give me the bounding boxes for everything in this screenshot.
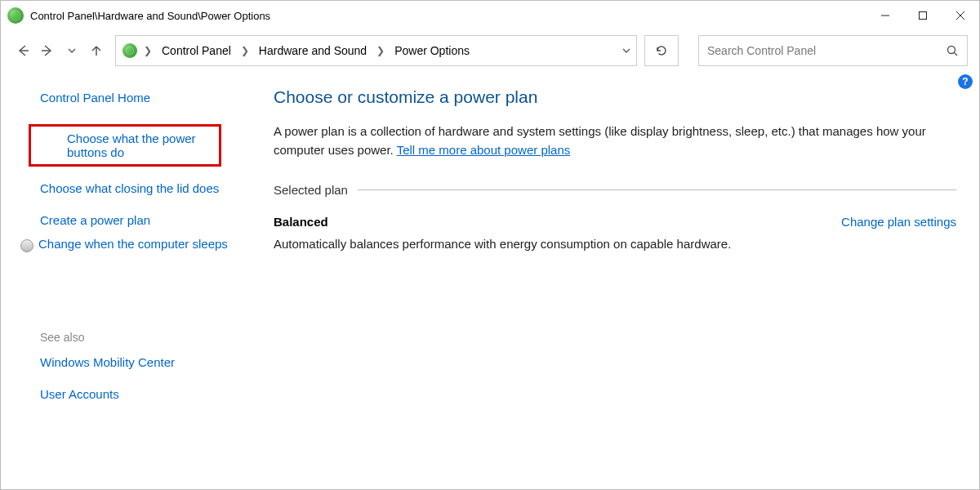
help-icon[interactable]: ? <box>958 74 973 89</box>
breadcrumb-control-panel[interactable]: Control Panel <box>157 44 236 57</box>
change-plan-settings-link[interactable]: Change plan settings <box>841 215 956 229</box>
learn-more-link[interactable]: Tell me more about power plans <box>397 143 571 157</box>
see-also-mobility-center[interactable]: Windows Mobility Center <box>1 350 246 374</box>
chevron-right-icon[interactable]: ❯ <box>142 45 154 56</box>
back-button[interactable] <box>12 38 33 63</box>
title-bar: Control Panel\Hardware and Sound\Power O… <box>1 1 979 30</box>
section-label-text: Selected plan <box>274 183 348 197</box>
bullet-icon <box>20 239 33 252</box>
sidebar-link-closing-lid[interactable]: Choose what closing the lid does <box>1 176 246 200</box>
address-bar-icon <box>122 43 137 58</box>
app-icon <box>7 7 24 24</box>
maximize-button[interactable] <box>904 1 942 30</box>
sidebar-link-create-plan[interactable]: Create a power plan <box>1 208 246 232</box>
nav-bar: ❯ Control Panel ❯ Hardware and Sound ❯ P… <box>1 30 979 71</box>
address-bar[interactable]: ❯ Control Panel ❯ Hardware and Sound ❯ P… <box>115 35 637 66</box>
address-dropdown-icon[interactable] <box>621 46 631 56</box>
sidebar-item-label: Choose what the power buttons do <box>67 131 196 159</box>
nav-arrows <box>12 38 107 63</box>
sidebar-link-power-buttons[interactable]: Choose what the power buttons do <box>29 124 221 167</box>
refresh-button[interactable] <box>644 35 679 66</box>
close-button[interactable] <box>942 1 979 30</box>
section-selected-plan: Selected plan <box>274 183 956 197</box>
search-icon[interactable] <box>946 44 959 57</box>
plan-name: Balanced <box>274 215 328 229</box>
description-text: A power plan is a collection of hardware… <box>274 124 926 157</box>
page-description: A power plan is a collection of hardware… <box>274 122 943 160</box>
recent-locations-dropdown[interactable] <box>61 38 82 63</box>
minimize-button[interactable] <box>866 1 904 30</box>
up-button[interactable] <box>86 38 107 63</box>
plan-row: Balanced Change plan settings <box>274 215 956 229</box>
sidebar-link-change-sleep[interactable]: Change when the computer sleeps <box>1 232 246 257</box>
search-box[interactable] <box>698 35 968 66</box>
sidebar: Control Panel Home Choose what the power… <box>1 71 246 490</box>
sidebar-home-link[interactable]: Control Panel Home <box>1 86 246 109</box>
sidebar-item-label: Change when the computer sleeps <box>38 237 228 251</box>
search-input[interactable] <box>707 44 946 57</box>
forward-button[interactable] <box>37 38 58 63</box>
chevron-right-icon[interactable]: ❯ <box>375 45 386 56</box>
main-panel: ? Choose or customize a power plan A pow… <box>246 71 979 490</box>
svg-point-6 <box>948 47 956 54</box>
svg-rect-1 <box>920 12 927 20</box>
divider <box>358 189 956 190</box>
window-title: Control Panel\Hardware and Sound\Power O… <box>30 10 270 22</box>
page-heading: Choose or customize a power plan <box>274 87 956 107</box>
svg-line-7 <box>955 53 958 56</box>
plan-description: Automatically balances performance with … <box>274 237 956 251</box>
content-area: Control Panel Home Choose what the power… <box>1 71 979 490</box>
chevron-right-icon[interactable]: ❯ <box>239 45 251 56</box>
breadcrumb-power-options[interactable]: Power Options <box>390 44 474 57</box>
breadcrumb-hardware-sound[interactable]: Hardware and Sound <box>254 44 372 57</box>
see-also-user-accounts[interactable]: User Accounts <box>1 382 246 406</box>
see-also-heading: See also <box>1 331 246 350</box>
